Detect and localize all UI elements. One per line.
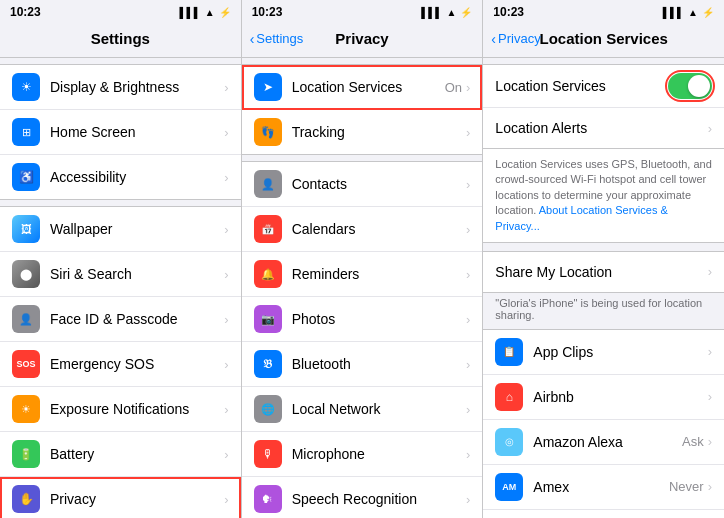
settings-list[interactable]: ☀ Display & Brightness › ⊞ Home Screen › [0, 58, 241, 518]
amex-label: Amex [533, 479, 669, 495]
chevron-icon: › [466, 177, 470, 192]
chevron-icon: › [224, 402, 228, 417]
sos-icon: SOS [12, 350, 40, 378]
settings-item-homescreen[interactable]: ⊞ Home Screen › [0, 110, 241, 155]
privacy-title: Privacy [335, 30, 388, 47]
amex-icon: AM [495, 473, 523, 501]
amtrak-row[interactable]: 🚂 Amtrak While Using › [483, 510, 724, 518]
privacy-item-bluetooth[interactable]: 𝔅 Bluetooth › [242, 342, 483, 387]
privacy-item-speech[interactable]: 🗣 Speech Recognition › [242, 477, 483, 518]
battery-icon: ⚡ [219, 7, 231, 18]
privacy-item-tracking[interactable]: 👣 Tracking › [242, 110, 483, 154]
localnet-label: Local Network [292, 401, 466, 417]
status-icons-1: ▌▌▌ ▲ ⚡ [180, 7, 231, 18]
share-location-row[interactable]: Share My Location › [483, 252, 724, 292]
settings-panel: 10:23 ▌▌▌ ▲ ⚡ Settings ☀ Display & Brigh… [0, 0, 242, 518]
privacy-icon: ✋ [12, 485, 40, 513]
alerts-label: Location Alerts [495, 120, 707, 136]
amex-row[interactable]: AM Amex Never › [483, 465, 724, 510]
exposure-icon: ☀ [12, 395, 40, 423]
chevron-icon: › [466, 312, 470, 327]
signal-icon: ▌▌▌ [421, 7, 442, 18]
faceid-icon: 👤 [12, 305, 40, 333]
chevron-icon: › [224, 267, 228, 282]
homescreen-icon: ⊞ [12, 118, 40, 146]
privacy-item-location[interactable]: ➤ Location Services On › [242, 65, 483, 110]
status-bar-2: 10:23 ▌▌▌ ▲ ⚡ [242, 0, 483, 22]
status-bar-3: 10:23 ▌▌▌ ▲ ⚡ [483, 0, 724, 22]
privacy-item-photos[interactable]: 📷 Photos › [242, 297, 483, 342]
airbnb-row[interactable]: ⌂ Airbnb › [483, 375, 724, 420]
settings-item-faceid[interactable]: 👤 Face ID & Passcode › [0, 297, 241, 342]
location-toggle-label: Location Services [495, 78, 668, 94]
location-content[interactable]: Location Services Location Alerts › Loca… [483, 58, 724, 518]
microphone-icon: 🎙 [254, 440, 282, 468]
chevron-icon: › [224, 492, 228, 507]
contacts-priv-label: Contacts [292, 176, 466, 192]
chevron-icon: › [466, 125, 470, 140]
alexa-icon: ◎ [495, 428, 523, 456]
speech-icon: 🗣 [254, 485, 282, 513]
settings-item-privacy[interactable]: ✋ Privacy › [0, 477, 241, 518]
chevron-icon: › [708, 121, 712, 136]
settings-item-wallpaper[interactable]: 🖼 Wallpaper › [0, 207, 241, 252]
accessibility-icon: ♿ [12, 163, 40, 191]
tracking-label: Tracking [292, 124, 466, 140]
location-toggle[interactable] [668, 73, 712, 99]
settings-item-battery[interactable]: 🔋 Battery › [0, 432, 241, 477]
wifi-icon: ▲ [205, 7, 215, 18]
location-toggle-row[interactable]: Location Services [483, 65, 724, 108]
location-label: Location Services [292, 79, 445, 95]
settings-item-siri[interactable]: ⬤ Siri & Search › [0, 252, 241, 297]
privacy-list[interactable]: ➤ Location Services On › 👣 Tracking › [242, 58, 483, 518]
alexa-label: Amazon Alexa [533, 434, 682, 450]
battery-label: Battery [50, 446, 224, 462]
chevron-icon: › [466, 402, 470, 417]
chevron-icon: › [466, 492, 470, 507]
bluetooth-icon: 𝔅 [254, 350, 282, 378]
location-toggle-group: Location Services Location Alerts › [483, 64, 724, 149]
reminders-icon: 🔔 [254, 260, 282, 288]
calendars-label: Calendars [292, 221, 466, 237]
alexa-value: Ask [682, 434, 704, 449]
chevron-icon: › [224, 125, 228, 140]
privacy-item-microphone[interactable]: 🎙 Microphone › [242, 432, 483, 477]
chevron-icon: › [224, 80, 228, 95]
signal-icon: ▌▌▌ [663, 7, 684, 18]
privacy-group-2: 👤 Contacts › 📅 Calendars › 🔔 [242, 161, 483, 518]
app-clips-row[interactable]: 📋 App Clips › [483, 330, 724, 375]
status-icons-2: ▌▌▌ ▲ ⚡ [421, 7, 472, 18]
privacy-back-button[interactable]: ‹ Settings [250, 31, 304, 47]
display-label: Display & Brightness [50, 79, 224, 95]
settings-item-exposure[interactable]: ☀ Exposure Notifications › [0, 387, 241, 432]
alexa-row[interactable]: ◎ Amazon Alexa Ask › [483, 420, 724, 465]
location-value: On [445, 80, 462, 95]
location-panel: 10:23 ▌▌▌ ▲ ⚡ ‹ Privacy Location Service… [483, 0, 724, 518]
section-divider [483, 243, 724, 251]
sos-label: Emergency SOS [50, 356, 224, 372]
privacy-item-localnet[interactable]: 🌐 Local Network › [242, 387, 483, 432]
settings-item-sos[interactable]: SOS Emergency SOS › [0, 342, 241, 387]
chevron-icon: › [466, 267, 470, 282]
status-time-1: 10:23 [10, 5, 41, 19]
location-back-button[interactable]: ‹ Privacy [491, 31, 540, 47]
battery-icon: ⚡ [460, 7, 472, 18]
airbnb-label: Airbnb [533, 389, 703, 405]
siri-icon: ⬤ [12, 260, 40, 288]
privacy-item-contacts[interactable]: 👤 Contacts › [242, 162, 483, 207]
wifi-icon: ▲ [446, 7, 456, 18]
privacy-header: ‹ Settings Privacy [242, 22, 483, 58]
sharing-note: "Gloria's iPhone" is being used for loca… [483, 293, 724, 327]
status-icons-3: ▌▌▌ ▲ ⚡ [663, 7, 714, 18]
privacy-item-reminders[interactable]: 🔔 Reminders › [242, 252, 483, 297]
privacy-group-1: ➤ Location Services On › 👣 Tracking › [242, 64, 483, 155]
settings-item-accessibility[interactable]: ♿ Accessibility › [0, 155, 241, 199]
back-chevron-icon: ‹ [250, 31, 255, 47]
microphone-label: Microphone [292, 446, 466, 462]
privacy-item-calendars[interactable]: 📅 Calendars › [242, 207, 483, 252]
settings-item-display[interactable]: ☀ Display & Brightness › [0, 65, 241, 110]
location-alerts-row[interactable]: Location Alerts › [483, 108, 724, 148]
settings-group-2: 🖼 Wallpaper › ⬤ Siri & Search › 👤 [0, 206, 241, 518]
localnet-icon: 🌐 [254, 395, 282, 423]
chevron-icon: › [466, 357, 470, 372]
